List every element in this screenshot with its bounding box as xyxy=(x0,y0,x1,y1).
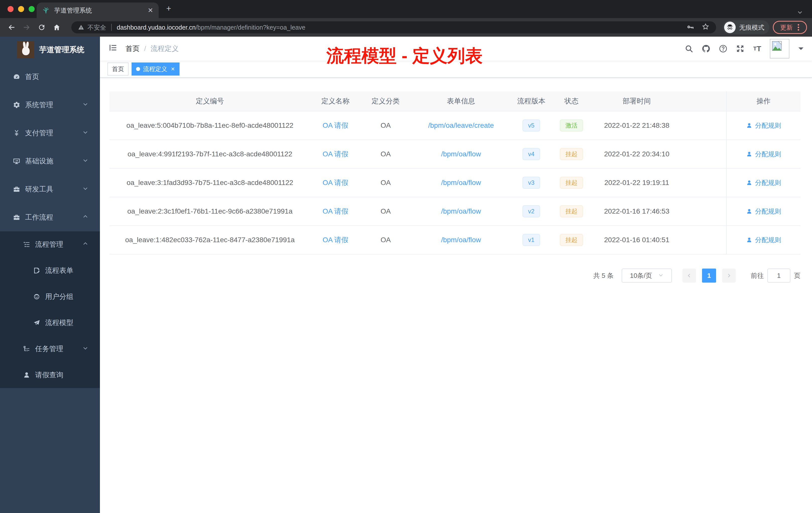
definition-name-link[interactable]: OA 请假 xyxy=(323,179,348,186)
back-button[interactable] xyxy=(4,20,19,34)
column-header-状态: 状态 xyxy=(551,96,591,106)
password-key-icon[interactable] xyxy=(687,23,695,32)
chevron-down-icon xyxy=(82,129,88,137)
maximize-window-button[interactable] xyxy=(29,6,35,12)
cell-deploy-time: 2022-01-16 01:40:51 xyxy=(591,236,682,244)
sidebar-item-系统管理[interactable]: 系统管理 xyxy=(0,91,100,119)
tag-close-icon[interactable]: ✕ xyxy=(171,66,175,72)
sidebar-item-基础设施[interactable]: 基础设施 xyxy=(0,147,100,175)
close-window-button[interactable] xyxy=(7,6,13,12)
tab-close-icon[interactable]: ✕ xyxy=(148,6,153,14)
sidebar-item-任务管理[interactable]: 任务管理 xyxy=(0,336,100,362)
cell-actions[interactable]: 分配规则 xyxy=(726,226,801,254)
forward-button[interactable] xyxy=(19,20,34,34)
definition-name-link[interactable]: OA 请假 xyxy=(323,236,348,244)
assign-rule-link[interactable]: 分配规则 xyxy=(746,178,781,187)
search-icon[interactable] xyxy=(685,44,694,53)
assign-rule-link[interactable]: 分配规则 xyxy=(746,121,781,130)
reload-button[interactable] xyxy=(34,20,49,34)
cell-definition-name[interactable]: OA 请假 xyxy=(310,121,360,130)
form-link[interactable]: /bpm/oa/flow xyxy=(441,236,481,244)
bookmark-star-icon[interactable] xyxy=(701,23,709,32)
view-tag-首页[interactable]: 首页 xyxy=(108,62,128,76)
definition-name-link[interactable]: OA 请假 xyxy=(323,150,348,158)
cell-definition-name[interactable]: OA 请假 xyxy=(310,149,360,159)
security-label: 不安全 xyxy=(87,23,106,32)
chevron-up-icon xyxy=(82,213,88,221)
github-icon[interactable] xyxy=(701,44,710,54)
new-tab-button[interactable]: + xyxy=(166,3,171,13)
font-size-icon[interactable]: TT xyxy=(753,44,762,53)
sidebar: 芋道管理系统 首页系统管理支付管理基础设施研发工具工作流程流程管理流程表单用户分… xyxy=(0,37,100,513)
cell-form-info[interactable]: /bpm/oa/flow xyxy=(411,236,511,244)
browser-tab[interactable]: 芋道管理系统 ✕ xyxy=(37,2,159,18)
cell-actions[interactable]: 分配规则 xyxy=(726,197,801,225)
sidebar-item-流程表单[interactable]: 流程表单 xyxy=(0,258,100,283)
user-icon xyxy=(746,151,753,157)
form-link[interactable]: /bpm/oa/flow xyxy=(441,179,481,186)
goto-page-input[interactable] xyxy=(767,269,790,282)
user-avatar[interactable] xyxy=(770,39,789,58)
cell-definition-id: oa_leave:4:991f2193-7b7f-11ec-a3c8-acde4… xyxy=(110,150,310,158)
cell-form-info[interactable]: /bpm/oa/flow xyxy=(411,207,511,215)
cell-deploy-time: 2022-01-22 20:34:10 xyxy=(591,150,682,158)
sidebar-item-请假查询[interactable]: 请假查询 xyxy=(0,362,100,388)
sidebar-logo[interactable]: 芋道管理系统 xyxy=(0,37,100,63)
fullscreen-icon[interactable] xyxy=(736,44,745,53)
cell-definition-name[interactable]: OA 请假 xyxy=(310,207,360,216)
address-bar[interactable]: 不安全 dashboard.yudao.iocoder.cn/bpm/manag… xyxy=(71,21,716,33)
sidebar-item-支付管理[interactable]: 支付管理 xyxy=(0,119,100,147)
sidebar-menu: 首页系统管理支付管理基础设施研发工具工作流程流程管理流程表单用户分组流程模型任务… xyxy=(0,63,100,388)
next-page-button[interactable] xyxy=(722,269,736,282)
sidebar-collapse-icon[interactable] xyxy=(109,43,117,54)
sidebar-item-label: 研发工具 xyxy=(25,184,53,194)
page-size-select[interactable]: 10条/页 xyxy=(622,269,672,282)
column-header-流程版本: 流程版本 xyxy=(511,96,551,106)
sidebar-item-工作流程[interactable]: 工作流程 xyxy=(0,203,100,232)
assign-rule-link[interactable]: 分配规则 xyxy=(746,150,781,159)
browser-menu-icon[interactable] xyxy=(798,24,799,31)
minimize-window-button[interactable] xyxy=(18,6,24,12)
form-link[interactable]: /bpm/oa/flow xyxy=(441,207,481,215)
sidebar-item-流程管理[interactable]: 流程管理 xyxy=(0,232,100,258)
cell-definition-name[interactable]: OA 请假 xyxy=(310,178,360,187)
assign-rule-link[interactable]: 分配规则 xyxy=(746,207,781,216)
cell-definition-category: OA xyxy=(360,207,411,215)
definition-name-link[interactable]: OA 请假 xyxy=(323,121,348,129)
sidebar-item-label: 首页 xyxy=(25,72,39,82)
cell-definition-category: OA xyxy=(360,150,411,158)
cell-form-info[interactable]: /bpm/oa/leave/create xyxy=(411,121,511,129)
home-button[interactable] xyxy=(49,20,64,34)
page-number-1[interactable]: 1 xyxy=(702,269,716,282)
help-icon[interactable] xyxy=(719,44,728,53)
update-button[interactable]: 更新 xyxy=(773,21,807,34)
cell-actions[interactable]: 分配规则 xyxy=(726,112,801,140)
column-header-操作: 操作 xyxy=(726,91,801,111)
table-row: oa_leave:4:991f2193-7b7f-11ec-a3c8-acde4… xyxy=(110,140,801,169)
assign-rule-link[interactable]: 分配规则 xyxy=(746,236,781,244)
avatar-caret-icon[interactable] xyxy=(799,48,804,53)
cell-status: 挂起 xyxy=(551,177,591,189)
sidebar-item-流程模型[interactable]: 流程模型 xyxy=(0,310,100,336)
view-tag-流程定义[interactable]: 流程定义✕ xyxy=(132,62,179,76)
form-link[interactable]: /bpm/oa/flow xyxy=(441,150,481,158)
cell-actions[interactable]: 分配规则 xyxy=(726,140,801,168)
version-badge: v4 xyxy=(522,148,540,160)
security-warning[interactable]: 不安全 xyxy=(78,23,106,32)
sidebar-item-首页[interactable]: 首页 xyxy=(0,63,100,91)
sidebar-item-用户分组[interactable]: 用户分组 xyxy=(0,283,100,310)
table-row: oa_leave:5:004b710b-7b8a-11ec-8ef0-acde4… xyxy=(110,112,801,140)
cell-actions[interactable]: 分配规则 xyxy=(726,169,801,197)
cell-form-info[interactable]: /bpm/oa/flow xyxy=(411,150,511,158)
sidebar-item-label: 流程表单 xyxy=(45,266,73,275)
sidebar-item-研发工具[interactable]: 研发工具 xyxy=(0,175,100,203)
window-chevron-icon[interactable] xyxy=(797,8,803,17)
tree-icon xyxy=(23,345,31,353)
cell-definition-name[interactable]: OA 请假 xyxy=(310,235,360,245)
gear-icon xyxy=(12,101,21,109)
breadcrumb-home[interactable]: 首页 xyxy=(125,44,140,54)
definition-name-link[interactable]: OA 请假 xyxy=(323,207,348,215)
prev-page-button[interactable] xyxy=(683,269,696,282)
cell-form-info[interactable]: /bpm/oa/flow xyxy=(411,179,511,187)
form-link[interactable]: /bpm/oa/leave/create xyxy=(428,121,494,129)
